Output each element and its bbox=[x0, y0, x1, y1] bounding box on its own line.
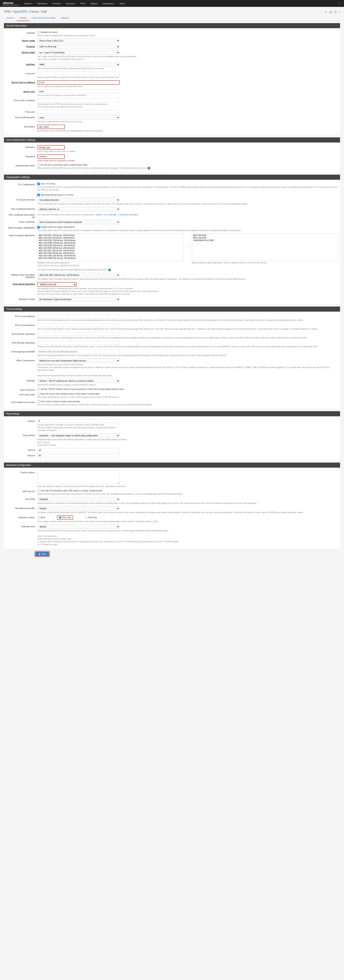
tabs: Servers Clients Client Specific Override… bbox=[4, 15, 340, 21]
lbl-exitnotify: Exit Notify bbox=[6, 497, 37, 500]
gateway-ipv6-radio[interactable] bbox=[85, 516, 87, 519]
lbl-authretry: Authentication Retry bbox=[6, 164, 37, 167]
lbl-protocol: Protocol bbox=[6, 45, 37, 48]
serverport-input[interactable] bbox=[37, 89, 120, 94]
ipv6tun-input[interactable] bbox=[37, 323, 120, 327]
clientcert-select[interactable]: None (Username and/or Password required) bbox=[37, 220, 120, 224]
authretry-checkbox[interactable] bbox=[37, 164, 40, 166]
dataenc-checkbox[interactable] bbox=[37, 226, 40, 229]
fallback-select[interactable]: AES-256-CBC (256 bit key, 128 bit block) bbox=[37, 273, 120, 277]
nav-services[interactable]: Services bbox=[64, 2, 78, 5]
lbl-password: Password bbox=[6, 154, 37, 158]
exitnotify-select[interactable]: Disabled bbox=[37, 497, 120, 501]
lbl-dataenc: Data Encryption Negotiation bbox=[6, 226, 37, 229]
lbl-interface: Interface bbox=[6, 62, 37, 65]
bc-vpn: VPN bbox=[4, 10, 10, 14]
avail-algos-select[interactable]: AES-128-CBC (128 bit key, 128 bit block)… bbox=[37, 234, 184, 261]
nav-status[interactable]: Status bbox=[88, 2, 100, 5]
password-input[interactable] bbox=[37, 154, 65, 159]
ipv6rem-input[interactable] bbox=[37, 341, 120, 345]
usetls-checkbox[interactable] bbox=[37, 183, 40, 185]
save-button[interactable]: 💾 Save bbox=[35, 552, 49, 556]
logo[interactable]: pfsenseCOMMUNITY EDITION bbox=[2, 2, 22, 6]
sel-algos-select[interactable]: AES-256-GCMAES-128-GCMCHACHA20-POLY1305 bbox=[192, 234, 338, 261]
ipv4tun-input[interactable] bbox=[37, 314, 120, 318]
proxyhost-input[interactable] bbox=[37, 99, 120, 102]
help-icon[interactable]: ? bbox=[339, 10, 340, 13]
nav-interfaces[interactable]: Interfaces bbox=[35, 2, 50, 5]
topology-select[interactable]: Subnet -- One IP address per client in a… bbox=[37, 379, 120, 383]
authdigest-select[interactable]: SHA512 (512-bit) bbox=[37, 282, 77, 287]
lbl-algos: Data Encryption Algorithms bbox=[6, 234, 37, 237]
lbl-gateway: Gateway creation bbox=[6, 515, 37, 519]
lbl-authdigest: Auth digest algorithm bbox=[6, 282, 37, 285]
custom-textarea[interactable] bbox=[37, 470, 120, 484]
lbl-proxyport: Proxy port bbox=[6, 110, 37, 113]
lbl-clientcert: Client Certificate bbox=[6, 220, 37, 223]
compress-select[interactable]: Refuse any non-stub compression (Most se… bbox=[37, 358, 120, 363]
timeout-input[interactable] bbox=[37, 453, 120, 457]
lbl-verbosity: Verbosity level bbox=[6, 525, 37, 528]
shortcut-icon-3[interactable]: 📋 bbox=[334, 10, 337, 13]
nav-vpn[interactable]: VPN bbox=[78, 2, 88, 5]
nav-help[interactable]: Help bbox=[117, 2, 128, 5]
tab-clients[interactable]: Clients bbox=[17, 15, 29, 21]
disabled-checkbox[interactable] bbox=[37, 31, 40, 34]
nav-diagnostics[interactable]: Diagnostics bbox=[100, 2, 117, 5]
peerca-select[interactable]: pfSense_internal_ca bbox=[37, 207, 120, 211]
proxyport-input[interactable] bbox=[37, 110, 120, 114]
autotls-checkbox[interactable] bbox=[37, 194, 40, 196]
lbl-tlskeydir: TLS keydir direction bbox=[6, 198, 37, 201]
tab-overrides[interactable]: Client Specific Overrides bbox=[29, 15, 58, 21]
sendrecv-select[interactable]: Default bbox=[37, 506, 120, 511]
description-input[interactable] bbox=[37, 125, 65, 129]
nav-firewall[interactable]: Firewall bbox=[50, 2, 63, 5]
lbl-tlsconf: TLS Configuration bbox=[6, 183, 37, 186]
udpfast-checkbox[interactable] bbox=[37, 490, 40, 492]
inactive-input[interactable] bbox=[37, 419, 120, 423]
lbl-ipv4tun: IPv4 Tunnel Network bbox=[6, 314, 37, 318]
cert-revocation-link[interactable]: System > Cert. Manager > Certificate Rev… bbox=[96, 214, 138, 216]
bc-clients[interactable]: Clients bbox=[29, 10, 39, 14]
tab-servers[interactable]: Servers bbox=[4, 15, 17, 21]
info-icon[interactable]: i bbox=[108, 269, 111, 271]
lbl-peerca: Peer Certificate Authority bbox=[6, 207, 37, 210]
username-input[interactable] bbox=[37, 145, 65, 150]
logout-icon[interactable]: ↪ bbox=[336, 2, 342, 5]
panel-advanced-header: Advanced Configuration bbox=[4, 463, 340, 468]
info-icon[interactable]: i bbox=[147, 167, 150, 170]
lbl-inactive: Inactive bbox=[6, 419, 37, 422]
lbl-dontaddrem: Don't add/remove routes bbox=[6, 400, 37, 403]
lbl-proxyhost: Proxy host or address bbox=[6, 99, 37, 102]
arrow-icon: → bbox=[187, 234, 189, 248]
lbl-username: Username bbox=[6, 145, 37, 148]
shortcut-icon-2[interactable]: 📊 bbox=[329, 10, 332, 13]
bc-openvpn[interactable]: OpenVPN bbox=[13, 10, 27, 14]
hwcrypto-select[interactable]: No Hardware Crypto Acceleration bbox=[37, 297, 120, 301]
shortcut-icon-1[interactable]: ≡ bbox=[325, 10, 327, 13]
pingmethod-select[interactable]: keepalive -- Use keepalive helper to def… bbox=[37, 433, 120, 438]
servermode-select[interactable]: Peer to Peer ( SSL/TLS ) bbox=[37, 38, 120, 43]
devmode-select[interactable]: tun - Layer 3 Tunnel Mode bbox=[37, 50, 120, 55]
verbosity-select[interactable]: default bbox=[37, 525, 120, 529]
tlskeydir-select[interactable]: Use default direction bbox=[37, 198, 120, 202]
gateway-both-radio[interactable] bbox=[37, 516, 40, 519]
dontaddrem-checkbox[interactable] bbox=[37, 400, 40, 403]
protocol-select[interactable]: UDP on IPv4 only bbox=[37, 45, 120, 49]
ipv4rem-input[interactable] bbox=[37, 332, 120, 336]
dontpull-checkbox[interactable] bbox=[37, 393, 40, 395]
proxyauth-select[interactable]: none bbox=[37, 115, 120, 120]
serverhost-input[interactable] bbox=[37, 80, 120, 85]
nav-system[interactable]: System bbox=[22, 2, 35, 5]
limitbw-input[interactable] bbox=[37, 350, 120, 353]
lbl-udpfast: UDP Fast I/O bbox=[6, 489, 37, 493]
gateway-ipv4-radio[interactable] bbox=[59, 516, 61, 519]
localport-input[interactable] bbox=[37, 72, 120, 75]
lbl-serverhost: Server host or address bbox=[6, 80, 37, 83]
interface-select[interactable]: WAN bbox=[37, 62, 120, 67]
lbl-fallback: Fallback Data Encryption Algorithm bbox=[6, 273, 37, 278]
lbl-servermode: Server mode bbox=[6, 38, 37, 42]
interval-input[interactable] bbox=[37, 448, 120, 452]
tos-checkbox[interactable] bbox=[37, 388, 40, 391]
tab-wizards[interactable]: Wizards bbox=[58, 15, 72, 21]
